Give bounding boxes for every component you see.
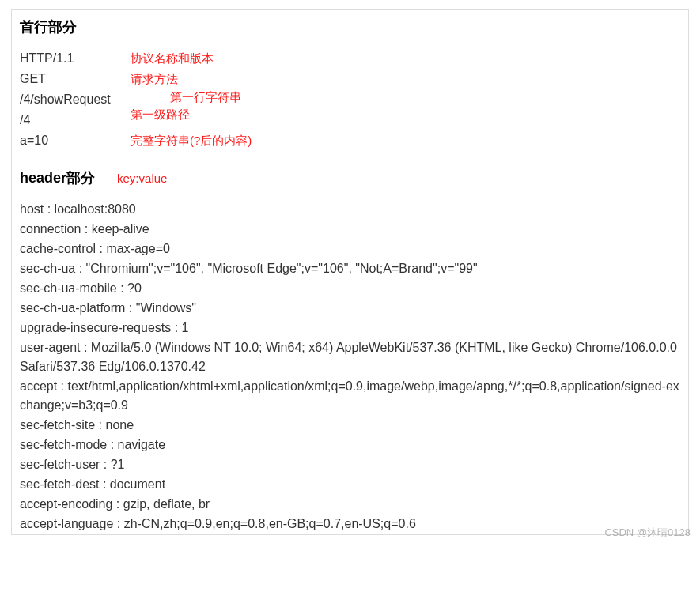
header-line: sec-ch-ua : "Chromium";v="106", "Microso… xyxy=(20,259,680,278)
protocol-value: HTTP/1.1 xyxy=(20,49,131,68)
content-frame: 首行部分 HTTP/1.1 协议名称和版本 GET 请求方法 /4/showRe… xyxy=(11,9,689,535)
header-section-title-row: header部分 key:value xyxy=(20,168,680,189)
first-line-row: HTTP/1.1 协议名称和版本 xyxy=(20,49,680,68)
first-line-block: HTTP/1.1 协议名称和版本 GET 请求方法 /4/showRequest… xyxy=(20,49,680,150)
path-level1-value: /4 xyxy=(20,111,131,130)
header-line: sec-fetch-site : none xyxy=(20,416,680,435)
header-line: cache-control : max-age=0 xyxy=(20,239,680,258)
method-value: GET xyxy=(20,70,131,89)
first-line-row: /4/showRequest xyxy=(20,90,680,109)
firstline-string-annotation: 第一行字符串 xyxy=(170,89,241,107)
first-line-section-title: 首行部分 xyxy=(20,17,680,38)
header-line: sec-fetch-mode : navigate xyxy=(20,436,680,454)
header-line: accept-encoding : gzip, deflate, br xyxy=(20,495,680,514)
protocol-annotation: 协议名称和版本 xyxy=(131,50,214,68)
query-annotation: 完整字符串(?后的内容) xyxy=(131,132,252,150)
headers-list: host : localhost:8080 connection : keep-… xyxy=(20,200,680,534)
header-line: upgrade-insecure-requests : 1 xyxy=(20,319,680,338)
query-value: a=10 xyxy=(20,131,131,150)
header-line: accept-language : zh-CN,zh;q=0.9,en;q=0.… xyxy=(20,515,680,534)
first-line-row: /4 xyxy=(20,111,680,130)
level1-path-annotation: 第一级路径 xyxy=(131,106,190,124)
header-line: host : localhost:8080 xyxy=(20,200,680,219)
header-line: sec-ch-ua-mobile : ?0 xyxy=(20,279,680,298)
path-full-value: /4/showRequest xyxy=(20,90,131,109)
watermark-text: CSDN @沐晴0128 xyxy=(604,525,691,541)
header-line: sec-fetch-user : ?1 xyxy=(20,455,680,474)
method-annotation: 请求方法 xyxy=(131,70,178,89)
header-line: connection : keep-alive xyxy=(20,220,680,239)
first-line-row: a=10 完整字符串(?后的内容) xyxy=(20,131,680,150)
header-line: user-agent : Mozilla/5.0 (Windows NT 10.… xyxy=(20,338,680,376)
first-line-row: GET 请求方法 xyxy=(20,70,680,89)
header-line: sec-ch-ua-platform : "Windows" xyxy=(20,299,680,318)
header-section-title: header部分 xyxy=(20,168,95,189)
header-line: sec-fetch-dest : document xyxy=(20,475,680,494)
header-line: accept : text/html,application/xhtml+xml… xyxy=(20,377,680,415)
header-section-annotation: key:value xyxy=(117,170,167,188)
